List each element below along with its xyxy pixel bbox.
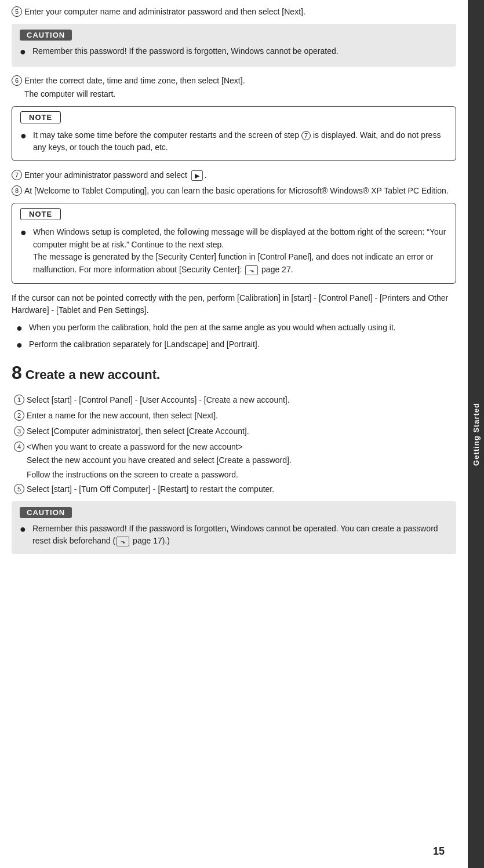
- caution-bullet-1: ●: [20, 44, 29, 60]
- caution-label-2: CAUTION: [20, 507, 72, 518]
- step-8-text: At [Welcome to Tablet Computing], you ca…: [24, 185, 449, 197]
- s8-step-5-circle: 5: [14, 484, 24, 494]
- caution-box-2: CAUTION ● Remember this password! If the…: [12, 501, 456, 554]
- step-6-circle: 6: [12, 75, 22, 86]
- note-label-2: NOTE: [20, 208, 61, 220]
- section-8-steps: 1 Select [start] - [Control Panel] - [Us…: [14, 394, 456, 495]
- s8-step-4a: Select the new account you have created …: [27, 454, 456, 466]
- s8-step-3-text: Select [Computer administrator], then se…: [27, 425, 249, 437]
- s8-step-4-circle: 4: [14, 442, 24, 452]
- step-8-circle: 8: [12, 185, 22, 196]
- note-box-1: NOTE ● It may take some time before the …: [12, 106, 456, 161]
- section-8-title: Create a new account.: [26, 367, 160, 382]
- section-8: 8 Create a new account.: [12, 362, 456, 388]
- step-5-circle: 5: [12, 6, 22, 17]
- sidebar-tab-label: Getting Started: [472, 403, 481, 466]
- s8-step-5-text: Select [start] - [Turn Off Computer] - […: [27, 483, 274, 495]
- s8-step-4-label: <When you want to create a password for …: [27, 441, 243, 453]
- note-bullet-1: ●: [20, 128, 30, 144]
- step-7-circle: 7: [12, 170, 22, 180]
- s8-step-2-circle: 2: [14, 410, 24, 421]
- note-text-2: When Windows setup is completed, the fol…: [33, 226, 447, 276]
- note-label-1: NOTE: [20, 111, 61, 123]
- s8-step-3-circle: 3: [14, 426, 24, 436]
- step-7-text: Enter your administrator password and se…: [24, 169, 207, 181]
- s8-step-1-text: Select [start] - [Control Panel] - [User…: [27, 394, 290, 406]
- step-6-text: Enter the correct date, time and time zo…: [24, 75, 245, 87]
- cal-text-1: When you perform the calibration, hold t…: [29, 322, 396, 334]
- s8-step-4b: Follow the instructions on the screen to…: [27, 469, 456, 481]
- caution-text-1: Remember this password! If the password …: [32, 45, 339, 57]
- section-8-number: 8: [12, 362, 22, 384]
- caution-box-1: CAUTION ● Remember this password! If the…: [12, 24, 456, 67]
- cal-text-2: Perform the calibration separately for […: [29, 338, 260, 351]
- caution-bullet-2: ●: [20, 521, 29, 537]
- note-bullet-2: ●: [20, 225, 30, 240]
- sidebar-tab: Getting Started: [468, 0, 484, 868]
- note-box-2: NOTE ● When Windows setup is completed, …: [12, 203, 456, 284]
- calibration-para: If the cursor can not be pointed correct…: [12, 292, 456, 317]
- s8-step-2-text: Enter a name for the new account, then s…: [27, 410, 218, 422]
- cal-bullet-1: ●: [16, 320, 26, 336]
- cal-bullet-2: ●: [16, 337, 26, 353]
- step-5-text: Enter your computer name and administrat…: [24, 6, 305, 18]
- calibration-bullets: ● When you perform the calibration, hold…: [16, 322, 456, 353]
- page-number: 15: [433, 845, 445, 858]
- note-text-1: It may take some time before the compute…: [33, 129, 447, 154]
- s8-step-1-circle: 1: [14, 395, 24, 405]
- step-6-sub: The computer will restart.: [24, 88, 456, 100]
- caution-label-1: CAUTION: [20, 30, 72, 41]
- caution-text-2: Remember this password! If the password …: [32, 523, 448, 547]
